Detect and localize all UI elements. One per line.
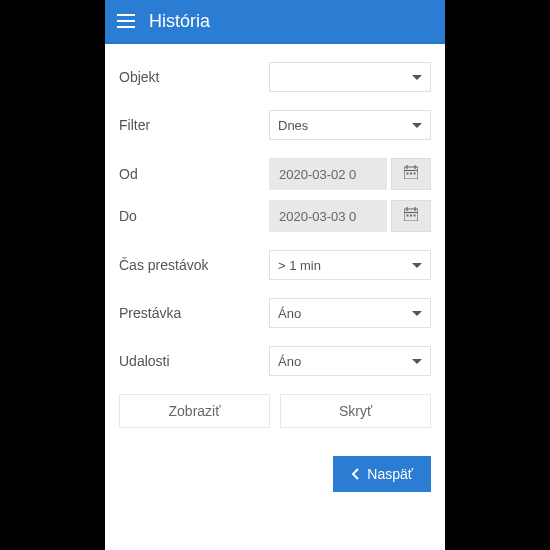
svg-rect-9 (414, 173, 416, 175)
svg-rect-8 (410, 173, 412, 175)
select-filter[interactable]: Dnes (269, 110, 431, 140)
chevron-down-icon (412, 263, 422, 268)
chevron-down-icon (412, 123, 422, 128)
label-from: Od (119, 166, 269, 182)
svg-rect-0 (117, 14, 135, 16)
chevron-down-icon (412, 359, 422, 364)
svg-rect-2 (117, 26, 135, 28)
back-button-label: Naspäť (367, 466, 413, 482)
hide-button[interactable]: Skryť (280, 394, 431, 428)
back-row: Naspäť (119, 456, 431, 492)
row-breaks-time: Čas prestávok > 1 min (119, 250, 431, 280)
page-title: História (149, 11, 210, 32)
label-filter: Filter (119, 117, 269, 133)
svg-rect-15 (410, 215, 412, 217)
svg-rect-1 (117, 20, 135, 22)
row-events: Udalosti Áno (119, 346, 431, 376)
svg-rect-14 (407, 215, 409, 217)
label-object: Objekt (119, 69, 269, 85)
back-button[interactable]: Naspäť (333, 456, 431, 492)
header-bar: História (105, 0, 445, 44)
label-breaks-time: Čas prestávok (119, 257, 269, 273)
calendar-button-from[interactable] (391, 158, 431, 190)
label-break: Prestávka (119, 305, 269, 321)
show-button[interactable]: Zobraziť (119, 394, 270, 428)
calendar-button-to[interactable] (391, 200, 431, 232)
calendar-icon (404, 165, 418, 183)
svg-rect-16 (414, 215, 416, 217)
select-object[interactable] (269, 62, 431, 92)
label-events: Udalosti (119, 353, 269, 369)
label-to: Do (119, 208, 269, 224)
form-content: Objekt Filter Dnes Od 2020-03-02 0 (105, 44, 445, 550)
chevron-down-icon (412, 75, 422, 80)
app-window: História Objekt Filter Dnes Od (105, 0, 445, 550)
row-from: Od 2020-03-02 0 (119, 158, 431, 190)
row-filter: Filter Dnes (119, 110, 431, 140)
row-object: Objekt (119, 62, 431, 92)
action-buttons: Zobraziť Skryť (119, 394, 431, 428)
row-to: Do 2020-03-03 0 (119, 200, 431, 232)
chevron-down-icon (412, 311, 422, 316)
select-events[interactable]: Áno (269, 346, 431, 376)
menu-icon[interactable] (117, 14, 135, 28)
select-breaks-time[interactable]: > 1 min (269, 250, 431, 280)
input-to[interactable]: 2020-03-03 0 (269, 200, 387, 232)
svg-rect-7 (407, 173, 409, 175)
row-break: Prestávka Áno (119, 298, 431, 328)
chevron-left-icon (351, 468, 359, 480)
input-from[interactable]: 2020-03-02 0 (269, 158, 387, 190)
select-break[interactable]: Áno (269, 298, 431, 328)
calendar-icon (404, 207, 418, 225)
